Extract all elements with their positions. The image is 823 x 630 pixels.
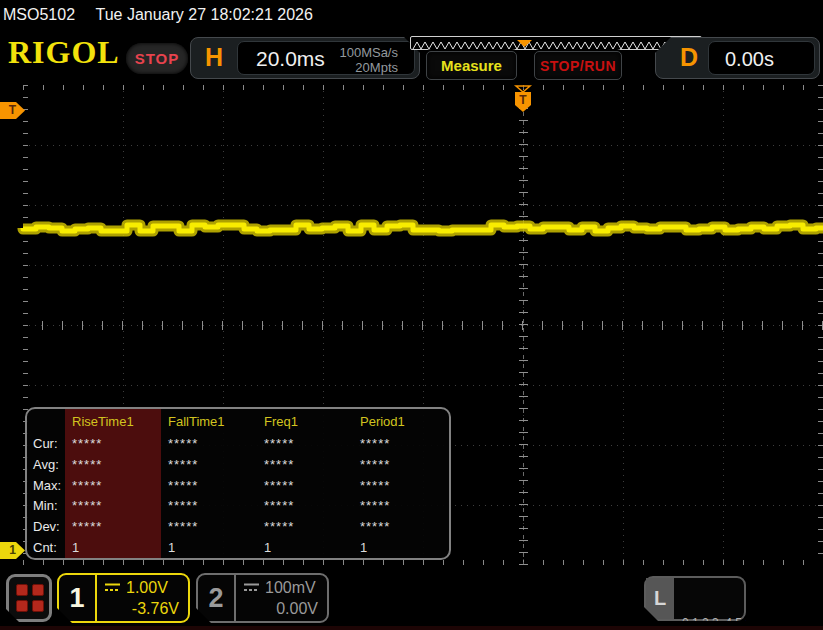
meas-value: ***** xyxy=(257,475,353,496)
meas-value: ***** xyxy=(353,475,449,496)
meas-col-header: Freq1 xyxy=(257,411,353,433)
datetime: Tue January 27 18:02:21 2026 xyxy=(96,6,313,23)
channel2-panel[interactable]: 2 100mV 0.00V xyxy=(196,573,329,623)
meas-value: ***** xyxy=(257,495,353,516)
channel2-number: 2 xyxy=(198,575,236,621)
meas-col-header: RiseTime1 xyxy=(65,411,161,433)
measure-button[interactable]: Measure xyxy=(426,51,517,80)
logic-label: L xyxy=(646,578,674,619)
meas-col-header: Period1 xyxy=(353,411,449,433)
meas-row-label: Cnt: xyxy=(31,537,65,558)
meas-value: ***** xyxy=(65,516,161,537)
sample-rate: 100MSa/s xyxy=(339,45,398,60)
meas-value: ***** xyxy=(257,433,353,454)
channel2-readout: 100mV 0.00V xyxy=(236,575,327,621)
meas-value: 1 xyxy=(65,537,161,558)
logic-analyzer-panel[interactable]: L 0 1 2 3 4 5 6 7 8 9 1011 12131415 xyxy=(644,576,746,621)
menu-grid-icon xyxy=(16,584,44,612)
delay-value: 0.00s xyxy=(725,48,774,71)
header-toolbar: RIGOL STOP H 20.0ms 100MSa/s 20Mpts Meas… xyxy=(0,30,823,85)
meas-value: ***** xyxy=(65,433,161,454)
model-name: MSO5102 xyxy=(3,6,75,23)
meas-value: ***** xyxy=(257,454,353,475)
channel1-readout: 1.00V -3.76V xyxy=(97,575,188,621)
meas-row-label: Max: xyxy=(31,475,65,496)
delay-panel[interactable]: D 0.00s xyxy=(655,37,820,79)
meas-value: ***** xyxy=(353,495,449,516)
meas-value: ***** xyxy=(161,516,257,537)
meas-value: 1 xyxy=(257,537,353,558)
measurement-table: RiseTime1 FallTime1 Freq1 Period1 Cur: *… xyxy=(27,409,449,558)
channel1-offset: -3.76V xyxy=(104,598,179,619)
meas-value: ***** xyxy=(161,475,257,496)
horizontal-readout: 20.0ms 100MSa/s 20Mpts xyxy=(237,41,415,75)
measurement-panel[interactable]: RiseTime1 FallTime1 Freq1 Period1 Cur: *… xyxy=(25,407,451,560)
meas-value: ***** xyxy=(257,516,353,537)
delay-readout: 0.00s xyxy=(708,41,815,75)
horizontal-panel[interactable]: H 20.0ms 100MSa/s 20Mpts xyxy=(190,37,420,79)
meas-value: 1 xyxy=(161,537,257,558)
channel1-panel[interactable]: 1 1.00V -3.76V xyxy=(57,573,190,623)
meas-value: ***** xyxy=(161,433,257,454)
meas-value: ***** xyxy=(65,475,161,496)
trigger-position-marker[interactable]: T xyxy=(512,85,534,115)
bottom-edge-strip xyxy=(0,626,823,630)
memory-depth: 20Mpts xyxy=(339,60,398,75)
meas-value: ***** xyxy=(161,454,257,475)
acquisition-info: 100MSa/s 20Mpts xyxy=(339,45,398,75)
meas-row-label: Avg: xyxy=(31,454,65,475)
waveform-position-bar[interactable] xyxy=(410,36,702,50)
channel2-offset: 0.00V xyxy=(243,598,318,619)
meas-value: ***** xyxy=(161,495,257,516)
meas-value: ***** xyxy=(353,454,449,475)
meas-row-label: Dev: xyxy=(31,516,65,537)
bottom-bar: 1 1.00V -3.76V 2 xyxy=(0,565,823,630)
titlebar: MSO5102 Tue January 27 18:02:21 2026 xyxy=(0,0,823,30)
dc-coupling-icon xyxy=(104,583,121,592)
memory-waveform-icon xyxy=(411,40,699,51)
timebase-value: 20.0ms xyxy=(256,47,325,71)
dc-coupling-icon xyxy=(243,583,260,592)
oscilloscope-screen: MSO5102 Tue January 27 18:02:21 2026 RIG… xyxy=(0,0,823,630)
horizontal-label: H xyxy=(205,43,223,72)
channel1-scale: 1.00V xyxy=(126,577,168,598)
meas-row-label: Cur: xyxy=(31,433,65,454)
rigol-logo: RIGOL xyxy=(8,34,120,71)
delay-label: D xyxy=(680,43,698,72)
svg-text:T: T xyxy=(519,93,527,107)
run-state-badge: STOP xyxy=(126,43,188,74)
stop-run-button[interactable]: STOP/RUN xyxy=(534,51,622,80)
channel1-number: 1 xyxy=(59,575,97,621)
meas-value: ***** xyxy=(65,495,161,516)
meas-value: 1 xyxy=(353,537,449,558)
meas-value: ***** xyxy=(353,433,449,454)
menu-button[interactable] xyxy=(6,574,52,622)
channel2-scale: 100mV xyxy=(265,577,316,598)
meas-row-label: Min: xyxy=(31,495,65,516)
meas-col-header: FallTime1 xyxy=(161,411,257,433)
meas-value: ***** xyxy=(65,454,161,475)
logic-channels: 0 1 2 3 4 5 6 7 8 9 1011 12131415 xyxy=(674,578,789,619)
meas-value: ***** xyxy=(353,516,449,537)
